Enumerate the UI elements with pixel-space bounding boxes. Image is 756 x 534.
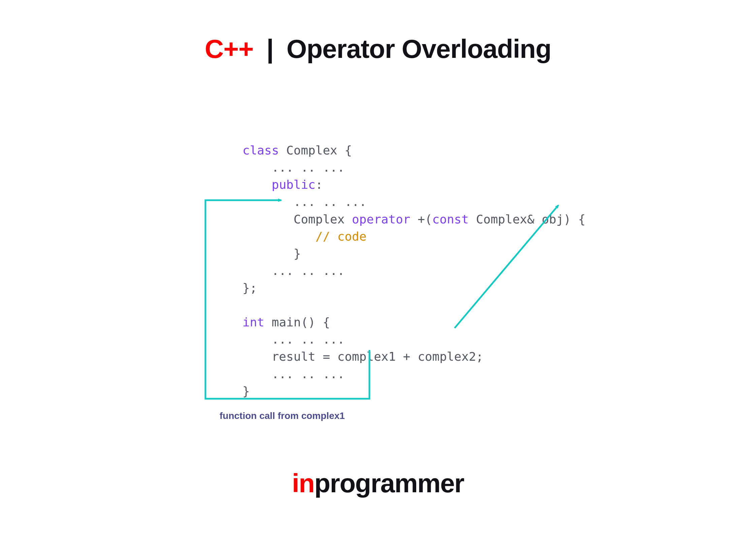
kw-int: int [242, 315, 264, 329]
code-text: ... .. ... [242, 161, 344, 174]
code-text [242, 298, 250, 312]
code-text: +( [410, 212, 432, 226]
logo-suffix: programmer [314, 468, 464, 498]
kw-operator: operator [352, 212, 410, 226]
kw-const: const [432, 212, 469, 226]
code-text [242, 229, 316, 243]
code-text: Complex& obj) { [469, 212, 586, 226]
title-lang: C++ [205, 34, 253, 64]
code-text: result = complex1 + complex2; [242, 350, 483, 363]
code-text: Complex { [279, 143, 352, 157]
code-text: ... .. ... [242, 264, 344, 278]
code-text [242, 178, 272, 191]
code-text: }; [242, 281, 257, 295]
code-text: Complex [242, 212, 352, 226]
comment-code: // code [316, 229, 367, 243]
code-text: main() { [264, 315, 330, 329]
kw-public: public [272, 178, 316, 191]
code-text: ... .. ... [242, 195, 366, 209]
title-separator: | [266, 34, 273, 64]
diagram-caption: function call from complex1 [220, 411, 345, 421]
logo-prefix: in [292, 468, 314, 498]
code-text: } [242, 247, 301, 260]
code-text: ... .. ... [242, 367, 344, 381]
kw-class: class [242, 143, 279, 157]
page-title: C++ | Operator Overloading [0, 34, 756, 64]
title-topic: Operator Overloading [287, 34, 551, 64]
brand-logo: inprogrammer [0, 468, 756, 499]
code-block: class Complex { ... .. ... public: ... .… [242, 124, 586, 400]
code-text: } [242, 384, 250, 398]
code-text: ... .. ... [242, 332, 344, 346]
code-text: : [316, 178, 323, 191]
